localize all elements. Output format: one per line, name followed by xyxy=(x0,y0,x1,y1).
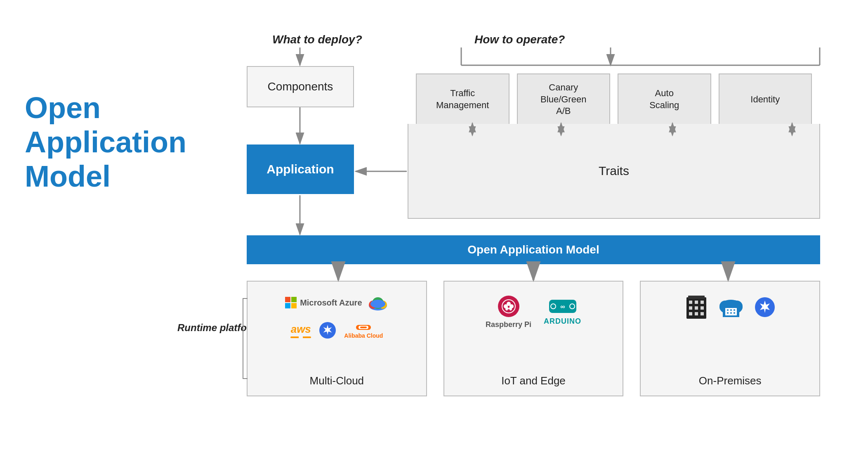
svg-rect-33 xyxy=(701,312,704,315)
label-what-to-deploy: What to deploy? xyxy=(272,33,362,46)
platform-onprem-label: On-Premises xyxy=(699,366,762,387)
trait-box-traffic: TrafficManagement xyxy=(416,73,509,126)
main-title: Open Application Model xyxy=(25,91,157,193)
trait-box-canary: CanaryBlue/GreenA/B xyxy=(517,73,611,126)
raspberry-pi-icon: Raspberry Pi xyxy=(486,294,531,329)
onprem-icons xyxy=(685,294,776,320)
bracket-left xyxy=(243,298,248,379)
svg-text:∞: ∞ xyxy=(560,303,565,310)
trait-boxes-row: TrafficManagement CanaryBlue/GreenA/B Au… xyxy=(408,66,820,126)
svg-rect-39 xyxy=(727,309,729,311)
svg-point-47 xyxy=(763,305,767,309)
svg-rect-28 xyxy=(689,306,692,310)
trait-box-autoscaling: AutoScaling xyxy=(618,73,711,126)
svg-rect-29 xyxy=(695,306,698,310)
svg-rect-42 xyxy=(727,312,729,314)
gcp-icon xyxy=(367,294,389,311)
platform-multicloud-label: Multi-Cloud xyxy=(310,366,364,387)
svg-point-7 xyxy=(326,329,329,332)
svg-point-4 xyxy=(370,300,385,308)
kubernetes-onprem-icon xyxy=(754,296,776,318)
cloud-building-icon xyxy=(718,295,744,320)
kubernetes-icon xyxy=(318,321,337,339)
multicloud-icons: Microsoft Azure aws xyxy=(256,294,418,339)
box-components: Components xyxy=(247,66,354,107)
svg-rect-27 xyxy=(701,301,704,304)
diagram: What to deploy? How to operate? Componen… xyxy=(177,25,846,446)
svg-rect-24 xyxy=(688,296,705,299)
svg-rect-43 xyxy=(730,312,732,314)
svg-rect-38 xyxy=(725,308,737,315)
svg-rect-10 xyxy=(360,327,367,328)
svg-rect-25 xyxy=(689,301,692,304)
svg-point-22 xyxy=(570,304,575,309)
platform-iot: Raspberry Pi ∞ ARDUINO IoT and Edge xyxy=(443,281,624,396)
iot-icons: Raspberry Pi ∞ ARDUINO xyxy=(486,294,581,329)
arduino-icon: ∞ ARDUINO xyxy=(544,297,581,326)
svg-rect-44 xyxy=(734,312,735,314)
svg-rect-31 xyxy=(689,312,692,315)
box-oam: Open Application Model xyxy=(247,235,820,264)
platform-boxes: Microsoft Azure aws xyxy=(247,281,820,396)
platform-multicloud: Microsoft Azure aws xyxy=(247,281,427,396)
box-application: Application xyxy=(247,144,354,194)
svg-rect-40 xyxy=(730,309,732,311)
platform-iot-label: IoT and Edge xyxy=(501,366,566,387)
building-icon xyxy=(685,294,708,320)
alibaba-cloud-icon: Alibaba Cloud xyxy=(344,322,383,339)
trait-box-identity: Identity xyxy=(719,73,812,126)
svg-rect-30 xyxy=(701,306,704,310)
platform-onprem: On-Premises xyxy=(640,281,820,396)
ms-squares xyxy=(285,297,297,308)
label-how-to-operate: How to operate? xyxy=(474,33,565,46)
box-traits: Traits xyxy=(408,124,820,219)
svg-point-21 xyxy=(551,304,556,309)
svg-rect-41 xyxy=(734,309,735,311)
aws-icon: aws xyxy=(290,323,311,338)
svg-rect-32 xyxy=(695,312,698,315)
microsoft-azure-icon: Microsoft Azure xyxy=(285,297,362,308)
svg-rect-26 xyxy=(695,301,698,304)
svg-point-18 xyxy=(507,309,510,312)
